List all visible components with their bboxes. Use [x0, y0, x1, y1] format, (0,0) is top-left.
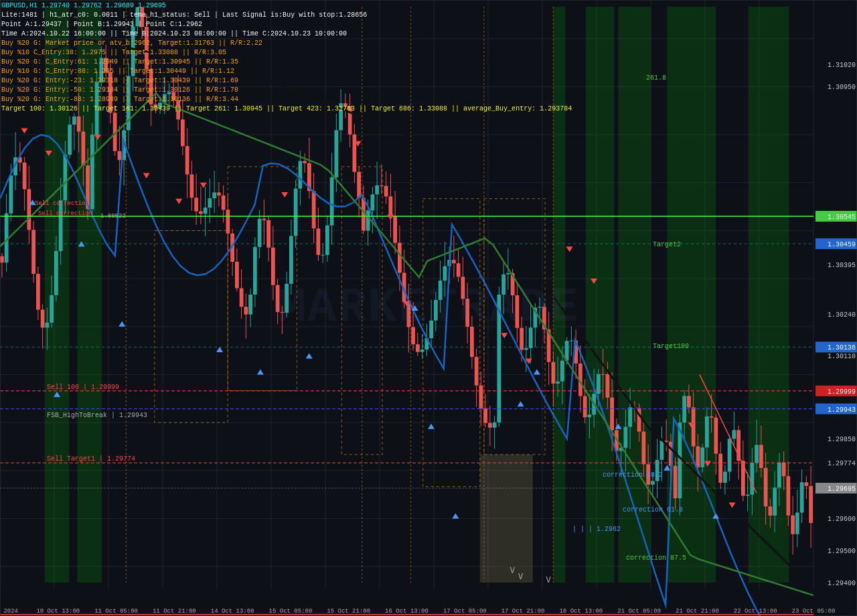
- main-chart-canvas: [0, 0, 857, 616]
- chart-container: GBPUSD,H1 1.29740 1.29762 1.29689 1.2969…: [0, 0, 857, 616]
